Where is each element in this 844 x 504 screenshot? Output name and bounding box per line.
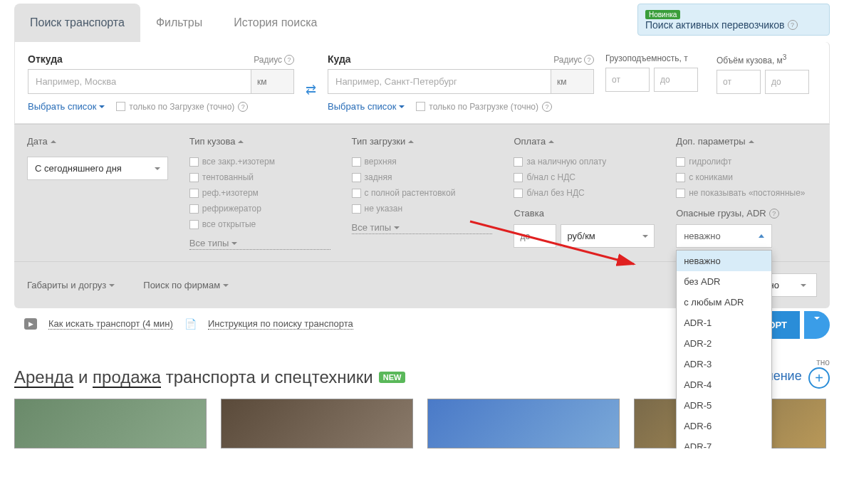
help-icon[interactable]: ? — [584, 55, 594, 65]
badge-new: Новинка — [645, 10, 680, 19]
extra-item[interactable]: гидролифт — [676, 157, 817, 167]
from-label: Откуда — [28, 53, 63, 65]
promo-text: Поиск активных перевозчиков — [645, 19, 785, 31]
payment-item[interactable]: за наличную оплату — [514, 157, 655, 167]
date-select[interactable]: С сегодняшнего дня — [27, 157, 168, 180]
body-type-item[interactable]: реф.+изотерм — [189, 188, 330, 198]
extra-header[interactable]: Доп. параметры — [676, 136, 817, 147]
promo-carriers[interactable]: Новинка Поиск активных перевозчиков ? — [637, 4, 830, 36]
body-type-item[interactable]: все открытые — [189, 219, 330, 229]
volume-from[interactable] — [717, 70, 761, 94]
to-input[interactable] — [328, 69, 551, 94]
doc-icon: 📄 — [184, 318, 197, 330]
help-icon[interactable]: ? — [542, 102, 552, 112]
loading-type-item[interactable]: с полной растентовкой — [352, 188, 493, 198]
to-label: Куда — [328, 53, 351, 65]
body-type-all[interactable]: Все типы — [189, 238, 330, 250]
video-link[interactable]: Как искать транспорт (4 мин) — [48, 318, 173, 330]
adr-option[interactable]: ADR-2 — [677, 333, 771, 354]
to-exact-checkbox[interactable]: только по Разгрузке (точно) ? — [416, 102, 552, 112]
from-input[interactable] — [28, 69, 251, 94]
extra-list: гидролифт с кониками не показывать «пост… — [676, 157, 817, 198]
to-radius-input[interactable] — [551, 69, 594, 94]
payment-item[interactable]: б/нал с НДС — [514, 172, 655, 182]
adr-option[interactable]: с любым ADR — [677, 292, 771, 313]
rate-to-input[interactable] — [514, 224, 556, 248]
tabs: Поиск транспорта Фильтры История поиска — [14, 4, 333, 42]
volume-to[interactable] — [765, 70, 809, 94]
adr-option[interactable]: ADR-3 — [677, 354, 771, 374]
body-type-item[interactable]: тентованный — [189, 172, 330, 182]
thumbnail[interactable] — [427, 399, 620, 448]
body-type-item[interactable]: рефрижератор — [189, 204, 330, 214]
swap-icon[interactable]: ⇄ — [306, 82, 316, 98]
payment-item[interactable]: б/нал без НДС — [514, 188, 655, 198]
adr-option[interactable]: неважно — [677, 251, 771, 271]
thumbnail[interactable] — [221, 399, 413, 448]
gabarity-toggle[interactable]: Габариты и догруз — [27, 273, 115, 297]
help-icon[interactable]: ? — [788, 20, 798, 30]
tab-filters[interactable]: Фильтры — [140, 4, 218, 42]
payment-list: за наличную оплату б/нал с НДС б/нал без… — [514, 157, 655, 198]
adr-option[interactable]: ADR-7 — [677, 436, 771, 448]
adr-option[interactable]: ADR-4 — [677, 374, 771, 395]
loading-type-item[interactable]: верхняя — [352, 157, 493, 167]
to-select-list[interactable]: Выбрать список — [328, 101, 405, 112]
volume-label: Объём кузова, м — [717, 56, 783, 65]
capacity-from[interactable] — [605, 68, 650, 92]
firms-toggle[interactable]: Поиск по фирмам — [143, 273, 229, 297]
help-icon[interactable]: ? — [238, 102, 248, 112]
rate-label: Ставка — [514, 208, 655, 219]
play-icon: ▶ — [24, 318, 37, 330]
capacity-label: Грузоподъемность, т — [605, 53, 688, 63]
help-icon[interactable]: ? — [769, 209, 779, 219]
tab-search[interactable]: Поиск транспорта — [14, 4, 140, 42]
capacity-to[interactable] — [654, 68, 698, 92]
doc-link[interactable]: Инструкция по поиску транспорта — [208, 318, 353, 330]
adr-option[interactable]: ADR-1 — [677, 313, 771, 333]
loading-type-list: верхняя задняя с полной растентовкой не … — [352, 157, 493, 234]
search-button-caret[interactable] — [804, 311, 830, 339]
extra-item[interactable]: с кониками — [676, 172, 817, 182]
body-type-list: все закр.+изотерм тентованный реф.+изоте… — [189, 157, 330, 250]
date-header[interactable]: Дата — [27, 136, 168, 147]
adr-option[interactable]: ADR-6 — [677, 416, 771, 436]
body-type-header[interactable]: Тип кузова — [189, 136, 330, 147]
loading-type-item[interactable]: задняя — [352, 172, 493, 182]
badge-new: NEW — [379, 372, 406, 383]
search-panel: Откуда Радиус ? Выбрать список только п — [14, 42, 830, 308]
from-radius-input[interactable] — [251, 69, 294, 94]
thumbnail[interactable] — [14, 399, 207, 448]
extra-item[interactable]: не показывать «постоянные» — [676, 188, 817, 198]
payment-header[interactable]: Оплата — [514, 136, 655, 147]
tab-history[interactable]: История поиска — [218, 4, 333, 42]
plus-icon[interactable]: + — [808, 367, 830, 389]
adr-option[interactable]: без ADR — [677, 271, 771, 292]
adr-select[interactable]: неважно — [676, 224, 772, 248]
body-type-item[interactable]: все закр.+изотерм — [189, 157, 330, 167]
to-radius-label: Радиус — [553, 55, 582, 65]
from-radius-label: Радиус — [254, 55, 282, 65]
adr-option[interactable]: ADR-5 — [677, 395, 771, 416]
loading-type-header[interactable]: Тип загрузки — [352, 136, 493, 147]
adr-menu: неважно без ADR с любым ADR ADR-1 ADR-2 … — [676, 250, 772, 448]
from-exact-checkbox[interactable]: только по Загрузке (точно) ? — [116, 102, 248, 112]
adr-label: Опасные грузы, ADR — [676, 208, 766, 219]
loading-type-item[interactable]: не указан — [352, 204, 493, 214]
help-icon[interactable]: ? — [284, 55, 294, 65]
loading-type-all[interactable]: Все типы — [352, 222, 493, 234]
from-select-list[interactable]: Выбрать список — [28, 101, 105, 112]
rate-unit-select[interactable]: руб/км — [561, 224, 655, 248]
